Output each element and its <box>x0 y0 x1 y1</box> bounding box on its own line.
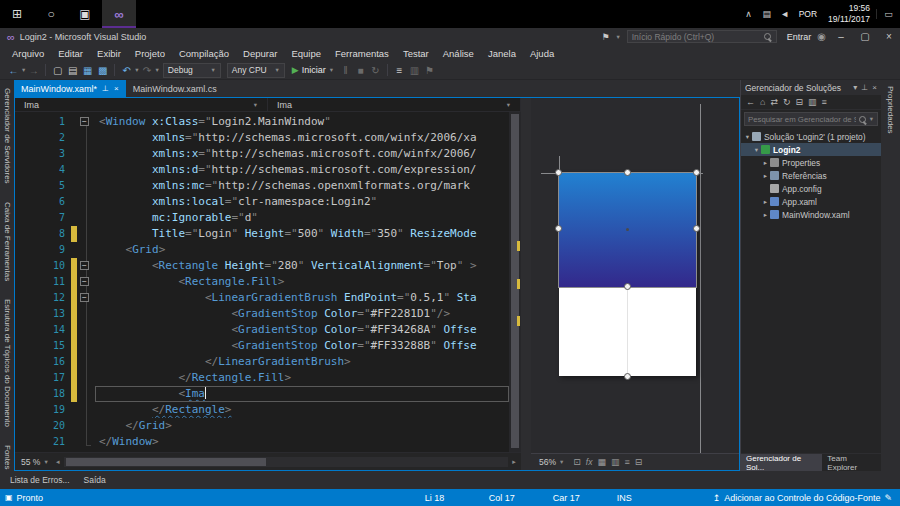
resize-handle[interactable] <box>693 225 700 232</box>
tree-item[interactable]: ▾Login2 <box>741 143 881 156</box>
code-line[interactable]: 17 </Rectangle.Fill> <box>15 370 509 386</box>
snaplines-icon[interactable]: ⊟ <box>635 457 643 467</box>
menu-item[interactable]: Testar <box>396 48 436 59</box>
panel-tab[interactable]: Lista de Erros... <box>3 471 77 489</box>
guides-icon[interactable]: ≡ <box>624 457 629 467</box>
panel-tab[interactable]: Team Explorer <box>822 454 881 471</box>
menu-item[interactable]: Janela <box>481 48 523 59</box>
code-line[interactable]: 9 <Grid> <box>15 242 509 258</box>
restart-icon[interactable]: ↻ <box>368 65 383 76</box>
chevron-down-icon[interactable]: ▾ <box>853 83 857 92</box>
clock[interactable]: 19:56 19/11/2017 <box>822 3 876 24</box>
menu-item[interactable]: Exibir <box>90 48 128 59</box>
scroll-right-icon[interactable]: ▸ <box>509 458 519 466</box>
document-tab[interactable]: MainWindow.xaml.cs <box>126 80 224 97</box>
fold-collapse-icon[interactable]: − <box>80 117 89 126</box>
menu-item[interactable]: Equipe <box>284 48 328 59</box>
notification-center-icon[interactable]: ▭ <box>876 9 900 19</box>
code-line[interactable]: 3 xmlns:x="http://schemas.microsoft.com/… <box>15 146 509 162</box>
zoom-to-fit-icon[interactable]: ⊡ <box>573 457 581 467</box>
solution-configuration-select[interactable]: Debug ▾ <box>163 63 221 78</box>
save-icon[interactable]: ▦ <box>80 65 95 76</box>
tree-item[interactable]: ▸Properties <box>741 156 881 169</box>
notifications-flag-icon[interactable]: ⚑ <box>601 32 609 42</box>
code-line[interactable]: 16 </LinearGradientBrush> <box>15 354 509 370</box>
sync-icon[interactable]: ⇄ <box>770 97 778 107</box>
navigate-back-icon[interactable]: ← <box>6 65 21 76</box>
panel-tab[interactable]: Gerenciador de Sol... <box>741 454 822 471</box>
code-line[interactable]: 12− <LinearGradientBrush EndPoint="0.5,1… <box>15 290 509 306</box>
editor-zoom-select[interactable]: 55 % ▾ <box>17 457 53 467</box>
redo-icon[interactable]: ↷ <box>140 65 155 76</box>
save-all-icon[interactable]: ▩ <box>95 65 110 76</box>
code-line[interactable]: 2 xmlns="http://schemas.microsoft.com/wi… <box>15 130 509 146</box>
resize-handle[interactable] <box>555 225 562 232</box>
code-line[interactable]: 21</Window> <box>15 434 509 450</box>
menu-item[interactable]: Projeto <box>128 48 172 59</box>
xaml-designer[interactable]: 56% ▾ ⊡ fx ▦ ▥ ≡ ⊟ <box>531 98 739 470</box>
code-line[interactable]: 13 <GradientStop Color="#FF2281D1"/> <box>15 306 509 322</box>
code-line[interactable]: 20 </Grid> <box>15 418 509 434</box>
menu-item[interactable]: Ajuda <box>523 48 561 59</box>
editor-vertical-scrollbar[interactable] <box>509 112 521 452</box>
back-icon[interactable]: ← <box>746 97 755 107</box>
fold-collapse-icon[interactable]: − <box>80 277 89 286</box>
taskbar-vs-button[interactable]: ∞ <box>102 0 136 28</box>
comment-icon[interactable]: ▥ <box>407 65 422 76</box>
tray-expand-icon[interactable]: ∧ <box>740 9 758 19</box>
menu-item[interactable]: Análise <box>436 48 481 59</box>
task-view-button[interactable]: ▣ <box>68 0 102 28</box>
code-line[interactable]: 18 <Ima <box>15 386 509 402</box>
volume-icon[interactable]: ◄ <box>776 9 794 19</box>
refresh-icon[interactable]: ↻ <box>783 97 791 107</box>
nav-member-dropdown[interactable]: Ima ▾ <box>268 98 521 111</box>
scrollbar-thumb[interactable] <box>66 458 266 466</box>
chevron-right-icon[interactable]: ▸ <box>761 211 770 219</box>
sign-in-link[interactable]: Entrar <box>787 32 812 42</box>
code-line[interactable]: 6 xmlns:local="clr-namespace:Login2" <box>15 194 509 210</box>
tool-window-tab[interactable]: Caixa de Ferramentas <box>3 202 12 281</box>
solution-explorer-header[interactable]: Gerenciador de Soluções ▾ ⊥ × <box>741 80 881 95</box>
show-all-files-icon[interactable]: ▥ <box>808 97 817 107</box>
code-area[interactable]: 1−<Window x:Class="Login2.MainWindow"2 x… <box>15 112 509 452</box>
fold-collapse-icon[interactable]: − <box>80 293 89 302</box>
tree-item[interactable]: ▸Referências <box>741 169 881 182</box>
navigate-forward-icon[interactable]: → <box>26 65 41 76</box>
chevron-right-icon[interactable]: ▸ <box>761 159 770 167</box>
chevron-right-icon[interactable]: ▸ <box>761 172 770 180</box>
code-line[interactable]: 4 xmlns:d="http://schemas.microsoft.com/… <box>15 162 509 178</box>
language-indicator[interactable]: POR <box>794 9 822 19</box>
resize-handle[interactable] <box>555 169 562 176</box>
document-tab[interactable]: MainWindow.xaml*⊥× <box>14 80 126 97</box>
nav-element-dropdown[interactable]: Ima ▾ <box>15 98 268 111</box>
code-line[interactable]: 7 mc:Ignorable="d" <box>15 210 509 226</box>
show-grid-icon[interactable]: ▦ <box>597 457 606 467</box>
maximize-button[interactable]: ▢ <box>856 28 874 45</box>
code-line[interactable]: 11− <Rectangle.Fill> <box>15 274 509 290</box>
menu-item[interactable]: Ferramentas <box>328 48 396 59</box>
collapse-all-icon[interactable]: ⊟ <box>796 97 804 107</box>
chevron-right-icon[interactable]: ▸ <box>761 198 770 206</box>
bookmark-icon[interactable]: ⚑ <box>422 65 437 76</box>
user-icon[interactable]: ◉ <box>817 31 826 42</box>
editor-horizontal-scrollbar[interactable] <box>64 457 508 467</box>
solution-platform-select[interactable]: Any CPU ▾ <box>227 63 285 78</box>
code-line[interactable]: 5 xmlns:mc="http://schemas.openxmlformat… <box>15 178 509 194</box>
cortana-button[interactable]: ○ <box>34 0 68 28</box>
add-to-source-control-button[interactable]: ↥ Adicionar ao Controle do Código-Fonte … <box>709 493 900 503</box>
close-icon[interactable]: × <box>872 83 877 92</box>
tree-item[interactable]: App.config <box>741 182 881 195</box>
code-line[interactable]: 1−<Window x:Class="Login2.MainWindow" <box>15 114 509 130</box>
resize-handle[interactable] <box>624 283 631 290</box>
tool-window-tab[interactable]: Fontes de Dados <box>3 445 12 471</box>
open-file-icon[interactable]: ▤ <box>65 65 80 76</box>
code-line[interactable]: 15 <GradientStop Color="#FF33288B" Offse <box>15 338 509 354</box>
solution-search-input[interactable]: Pesquisar em Gerenciador de So ▾ <box>744 112 878 126</box>
close-button[interactable]: × <box>880 28 898 45</box>
chevron-down-icon[interactable]: ▾ <box>752 146 761 154</box>
fold-collapse-icon[interactable]: − <box>80 261 89 270</box>
home-icon[interactable]: ⌂ <box>760 97 765 107</box>
new-project-icon[interactable]: ▢ <box>50 65 65 76</box>
pin-icon[interactable]: ⊥ <box>861 83 868 92</box>
tool-window-tab[interactable]: Estrutura de Tópicos do Documento <box>3 299 12 427</box>
